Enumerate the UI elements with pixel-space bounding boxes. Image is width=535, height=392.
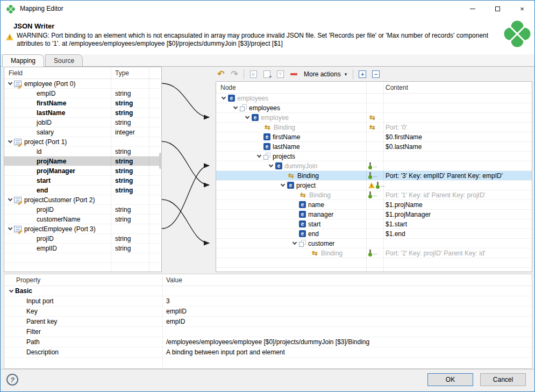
field-row[interactable]: projIDstring bbox=[4, 205, 161, 215]
node-label: projects bbox=[273, 153, 295, 160]
tree-row[interactable]: estart$1.start bbox=[216, 219, 532, 229]
property-row[interactable]: Path/employees/employees/employee [$0]/p… bbox=[4, 337, 532, 347]
tree-row[interactable]: projects bbox=[216, 152, 532, 161]
tree-row[interactable]: ename$1.projName bbox=[216, 200, 532, 210]
field-row[interactable]: projNamestring bbox=[4, 156, 161, 166]
property-value: 3 bbox=[166, 297, 170, 305]
element-icon: e bbox=[287, 182, 294, 189]
ok-button[interactable]: OK bbox=[427, 373, 473, 386]
collapse-all-button[interactable]: − bbox=[372, 69, 380, 80]
tree-rows: eemployeesemployeeseemployee⇆⇆Binding⇆Po… bbox=[216, 94, 532, 272]
tree-row[interactable]: eemployees bbox=[216, 94, 532, 103]
field-row[interactable]: salaryinteger bbox=[4, 127, 161, 137]
property-row[interactable]: Basic bbox=[4, 286, 532, 296]
field-row[interactable]: idstring bbox=[4, 147, 161, 156]
property-row[interactable]: Parent keyempID bbox=[4, 317, 532, 327]
field-row[interactable]: customerNamestring bbox=[4, 215, 161, 224]
redo-button[interactable]: ↷ bbox=[230, 69, 239, 80]
maximize-button[interactable] bbox=[485, 1, 510, 17]
node-content: Port: '0' bbox=[386, 124, 407, 131]
field-row[interactable]: endstring bbox=[4, 186, 161, 195]
more-actions-button[interactable]: More actions ▾ bbox=[303, 70, 348, 78]
field-row[interactable]: projIDstring bbox=[4, 234, 161, 244]
mapping-content: Field Type employee (Port 0)empIDstringf… bbox=[1, 67, 534, 272]
binding-icon: ⇆ bbox=[368, 124, 376, 131]
key-dashes: -- bbox=[373, 250, 377, 256]
field-row[interactable]: project (Port 1) bbox=[4, 137, 161, 147]
chevron-down-icon bbox=[245, 115, 249, 119]
property-row[interactable]: Input port3 bbox=[4, 296, 532, 307]
add-element-button[interactable]: e bbox=[249, 69, 258, 80]
element-icon: e bbox=[299, 201, 306, 208]
field-row[interactable]: emplIDstring bbox=[4, 244, 161, 253]
tab-bar: Mapping Source bbox=[1, 54, 534, 67]
field-label: projectEmployee (Port 3) bbox=[24, 225, 96, 233]
expand-all-button[interactable]: + bbox=[358, 69, 367, 80]
remove-button[interactable] bbox=[289, 69, 298, 80]
property-row[interactable]: Filter bbox=[4, 327, 532, 337]
tree-toolbar: ↶ ↷ e + ? More actions ▾ + − bbox=[217, 67, 532, 81]
tab-mapping[interactable]: Mapping bbox=[2, 54, 44, 67]
property-label: Key bbox=[26, 308, 38, 315]
tree-row[interactable]: eend$1.end bbox=[216, 229, 532, 239]
property-row[interactable]: DescriptionA binding between input port … bbox=[4, 347, 532, 358]
tree-row[interactable]: emanager$1.projManager bbox=[216, 210, 532, 219]
mapping-editor-dialog: Mapping Editor × JSON Writer ! WARNING: … bbox=[0, 0, 535, 392]
cancel-button[interactable]: Cancel bbox=[480, 373, 526, 386]
tab-source[interactable]: Source bbox=[45, 54, 83, 66]
tree-row[interactable]: ⇆Binding⇆Port: '0' bbox=[216, 123, 532, 132]
mapping-connection[interactable] bbox=[162, 83, 209, 117]
field-row[interactable]: lastNamestring bbox=[4, 108, 161, 118]
dialog-header: JSON Writer ! WARNING: Port binding to a… bbox=[1, 17, 534, 54]
undo-button[interactable]: ↶ bbox=[217, 69, 225, 80]
node-content: $0.lastName bbox=[386, 143, 422, 151]
help-button[interactable]: ? bbox=[6, 374, 18, 386]
fields-panel: Field Type employee (Port 0)empIDstringf… bbox=[4, 67, 162, 272]
tree-row[interactable]: eemployee⇆ bbox=[216, 113, 532, 123]
titlebar[interactable]: Mapping Editor × bbox=[1, 1, 534, 17]
field-row[interactable]: projectEmployee (Port 3) bbox=[4, 224, 161, 234]
minimize-icon bbox=[470, 9, 475, 9]
field-row[interactable]: projectCustomer (Port 2) bbox=[4, 195, 161, 205]
mapping-connection[interactable] bbox=[162, 141, 209, 185]
key-dashes: -- bbox=[373, 163, 377, 169]
property-value: empID bbox=[166, 318, 185, 325]
field-label: project (Port 1) bbox=[24, 138, 67, 146]
close-button[interactable]: × bbox=[510, 1, 534, 17]
field-row[interactable]: jobIDstring bbox=[4, 118, 161, 127]
field-row[interactable]: startstring bbox=[4, 176, 161, 186]
field-row[interactable]: projManagerstring bbox=[4, 166, 161, 176]
field-row[interactable]: employee (Port 0) bbox=[4, 79, 161, 89]
splitter-grip[interactable] bbox=[159, 153, 162, 169]
element-icon: e bbox=[252, 114, 259, 121]
tree-row[interactable]: ⇆Binding--Port: '2' Key: projID' Parent … bbox=[216, 248, 532, 258]
close-icon: × bbox=[520, 5, 524, 12]
element-icon: e bbox=[275, 162, 282, 169]
tree-header: Node Content bbox=[216, 82, 532, 94]
binding-icon: ⇆ bbox=[263, 124, 272, 131]
field-row[interactable]: firstNamestring bbox=[4, 98, 161, 108]
tree-row[interactable]: ⇆Binding--Port: '3' Key: emplID' Parent … bbox=[216, 171, 532, 181]
toolbar-separator-2 bbox=[353, 69, 353, 79]
binding-status: -- bbox=[368, 191, 384, 198]
maximize-icon bbox=[495, 6, 500, 11]
add-wildcard-button[interactable]: ? bbox=[276, 69, 284, 80]
tree-row[interactable]: ⇆Binding--Port: '1' Key: id' Parent Key:… bbox=[216, 190, 532, 200]
minimize-button[interactable] bbox=[460, 1, 485, 17]
key-dashes: -- bbox=[373, 192, 377, 198]
property-row[interactable]: KeyemplID bbox=[4, 307, 532, 317]
property-column-header: Property bbox=[16, 276, 40, 284]
tree-row[interactable]: efirstName$0.firstName bbox=[216, 132, 532, 142]
field-type: string bbox=[115, 245, 131, 252]
field-row[interactable]: empIDstring bbox=[4, 89, 161, 98]
tree-row[interactable]: edummyJoin-- bbox=[216, 161, 532, 171]
chevron-down-icon bbox=[293, 240, 297, 245]
tree-row[interactable]: elastName$0.lastName bbox=[216, 142, 532, 152]
mapping-connection[interactable] bbox=[162, 199, 209, 243]
tree-row[interactable]: employees bbox=[216, 103, 532, 113]
add-attribute-button[interactable]: + bbox=[262, 69, 271, 80]
array-icon bbox=[299, 240, 306, 247]
tree-row[interactable]: customer bbox=[216, 239, 532, 248]
content-column-header: Content bbox=[386, 84, 408, 91]
tree-row[interactable]: eproject!-- bbox=[216, 181, 532, 190]
